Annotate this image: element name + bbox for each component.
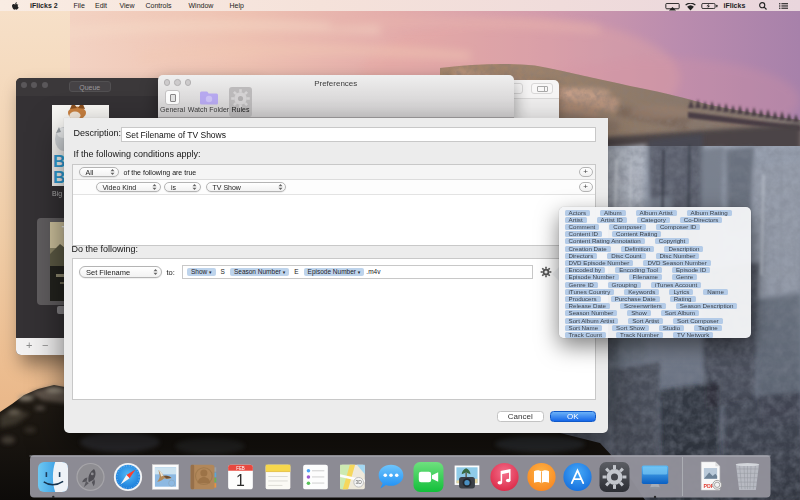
svg-text:1: 1 <box>236 472 245 489</box>
svg-text:3D: 3D <box>356 480 363 485</box>
svg-text:FEB: FEB <box>236 466 245 471</box>
